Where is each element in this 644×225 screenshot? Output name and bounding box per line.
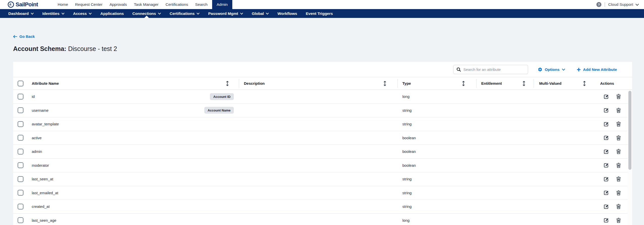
chevron-down-icon: [158, 13, 161, 15]
subnav-item-identities[interactable]: Identities: [38, 9, 69, 18]
topnav-item-task-manager[interactable]: Task Manager: [131, 0, 162, 9]
row-checkbox[interactable]: [18, 162, 23, 168]
table-row: active boolean: [13, 131, 628, 145]
edit-attribute-icon[interactable]: [604, 131, 609, 145]
delete-attribute-icon[interactable]: [616, 214, 621, 225]
subnav-item-label: Identities: [42, 11, 59, 16]
attribute-name-cell: admin: [32, 145, 42, 158]
options-button[interactable]: Options: [538, 62, 565, 77]
edit-attribute-icon[interactable]: [604, 145, 609, 158]
select-all-checkbox[interactable]: [18, 80, 23, 86]
subnav-item-label: Global: [252, 11, 264, 16]
delete-attribute-icon[interactable]: [616, 172, 621, 186]
delete-attribute-icon[interactable]: [616, 159, 621, 172]
subnav-item-global[interactable]: Global: [247, 9, 273, 18]
table-row: admin boolean: [13, 145, 628, 159]
row-checkbox[interactable]: [18, 135, 23, 141]
row-checkbox[interactable]: [18, 190, 23, 196]
edit-attribute-icon[interactable]: [604, 200, 609, 213]
sort-icon[interactable]: [462, 77, 465, 90]
type-cell: boolean: [402, 159, 416, 172]
row-checkbox[interactable]: [18, 217, 23, 223]
attribute-name-cell: last_emailed_at: [32, 186, 58, 200]
column-divider: [239, 79, 239, 88]
edit-attribute-icon[interactable]: [604, 104, 609, 117]
type-cell: string: [402, 200, 412, 213]
row-checkbox[interactable]: [18, 149, 23, 154]
attribute-badge: Account Name: [204, 107, 234, 114]
column-header-type[interactable]: Type: [402, 77, 411, 90]
subnav-item-event-triggers[interactable]: Event Triggers: [301, 9, 337, 18]
sort-icon[interactable]: [523, 77, 525, 90]
edit-attribute-icon[interactable]: [604, 186, 609, 200]
edit-attribute-icon[interactable]: [604, 90, 609, 103]
subnav-item-applications[interactable]: Applications: [96, 9, 128, 18]
page-title-label: Account Schema:: [13, 45, 66, 52]
table-row: id Account ID long: [13, 90, 628, 104]
type-cell: boolean: [402, 131, 416, 145]
subnav-item-workflows[interactable]: Workflows: [273, 9, 301, 18]
column-header-attribute-name[interactable]: Attribute Name: [32, 77, 59, 90]
column-header-entitlement[interactable]: Entitlement: [481, 77, 502, 90]
subnav-item-label: Event Triggers: [306, 11, 333, 16]
page-title-value: Discourse - test 2: [68, 45, 117, 52]
scrollbar-thumb[interactable]: [628, 91, 631, 170]
row-checkbox[interactable]: [18, 107, 23, 113]
topnav-item-certifications[interactable]: Certifications: [162, 0, 192, 9]
sailpoint-logo[interactable]: SailPoint: [8, 0, 38, 9]
help-icon[interactable]: ?: [596, 2, 601, 7]
subnav-item-access[interactable]: Access: [69, 9, 96, 18]
top-navbar: SailPoint HomeRequest CenterApprovalsTas…: [0, 0, 644, 9]
delete-attribute-icon[interactable]: [616, 117, 621, 131]
column-header-multi-valued[interactable]: Multi-Valued: [539, 77, 561, 90]
topnav-item-admin[interactable]: Admin: [212, 0, 232, 9]
sort-icon[interactable]: [226, 77, 229, 90]
top-nav-items: HomeRequest CenterApprovalsTask ManagerC…: [54, 0, 232, 9]
topnav-item-approvals[interactable]: Approvals: [106, 0, 131, 9]
attribute-name-cell: last_seen_age: [32, 214, 56, 225]
subnav-item-certifications[interactable]: Certifications: [165, 9, 204, 18]
delete-attribute-icon[interactable]: [616, 104, 621, 117]
delete-attribute-icon[interactable]: [616, 145, 621, 158]
table-toolbar: Options Add New Attribute: [13, 62, 632, 77]
back-arrow-icon: [13, 35, 17, 38]
edit-attribute-icon[interactable]: [604, 159, 609, 172]
plus-icon: [577, 68, 581, 72]
sort-icon[interactable]: [583, 77, 586, 90]
account-menu[interactable]: Cloud Support: [608, 2, 639, 7]
topnav-item-home[interactable]: Home: [54, 0, 72, 9]
row-checkbox[interactable]: [18, 176, 23, 182]
row-checkbox[interactable]: [18, 204, 23, 209]
delete-attribute-icon[interactable]: [616, 200, 621, 213]
topnav-item-search[interactable]: Search: [192, 0, 211, 9]
column-header-description[interactable]: Description: [244, 77, 265, 90]
search-input[interactable]: [463, 67, 528, 72]
attribute-name-cell: created_at: [32, 200, 50, 213]
gear-icon: [538, 67, 542, 72]
topnav-item-request-center[interactable]: Request Center: [72, 0, 106, 9]
top-nav-right: ? Cloud Support: [596, 0, 644, 9]
type-cell: string: [402, 104, 412, 117]
subnav-item-connections[interactable]: Connections: [128, 9, 165, 18]
table-row: moderator boolean: [13, 159, 628, 173]
row-checkbox[interactable]: [18, 94, 23, 99]
row-checkbox[interactable]: [18, 121, 23, 127]
subnav-item-label: Applications: [100, 11, 124, 16]
divider: [605, 2, 605, 7]
subnav-item-dashboard[interactable]: Dashboard: [4, 9, 38, 18]
edit-attribute-icon[interactable]: [604, 117, 609, 131]
active-menu-caret: [144, 16, 149, 18]
subnav-item-password-mgmt[interactable]: Password Mgmt: [204, 9, 247, 18]
sort-icon[interactable]: [383, 77, 386, 90]
edit-attribute-icon[interactable]: [604, 214, 609, 225]
search-icon: [457, 67, 461, 72]
attribute-search: [453, 65, 528, 74]
delete-attribute-icon[interactable]: [616, 131, 621, 145]
column-header-actions: Actions: [600, 77, 614, 90]
vertical-scrollbar[interactable]: [628, 90, 632, 225]
go-back-link[interactable]: Go Back: [13, 34, 35, 39]
add-new-attribute-button[interactable]: Add New Attribute: [577, 62, 617, 77]
delete-attribute-icon[interactable]: [616, 90, 621, 103]
edit-attribute-icon[interactable]: [604, 172, 609, 186]
delete-attribute-icon[interactable]: [616, 186, 621, 200]
